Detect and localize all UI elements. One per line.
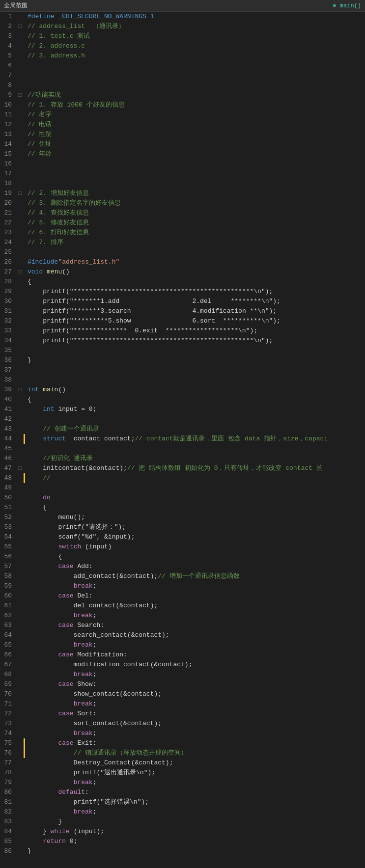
line-indicator (24, 51, 25, 61)
line-indicator (24, 424, 25, 434)
line-number: 16 (0, 159, 16, 169)
line-indicator (24, 434, 25, 444)
code-line: 68 break; (0, 670, 365, 679)
line-indicator (24, 483, 25, 493)
line-code: case Del: (26, 591, 365, 601)
line-indicator (24, 807, 25, 817)
line-indicator (24, 90, 25, 100)
line-code: break; (26, 670, 365, 679)
line-indicator (24, 787, 25, 797)
code-line: 39□int main() (0, 385, 365, 395)
line-number: 77 (0, 758, 16, 768)
line-code: // 电话 (26, 120, 365, 130)
line-indicator (24, 768, 25, 778)
code-line: 73 sort_contact(&contact); (0, 719, 365, 729)
code-line: 12// 电话 (0, 120, 365, 130)
code-line: 57 case Add: (0, 562, 365, 571)
line-indicator (24, 463, 25, 473)
code-line: 35 (0, 346, 365, 355)
line-indicator (24, 287, 25, 297)
line-code: case Modification: (26, 650, 365, 660)
code-line: 37 (0, 365, 365, 375)
code-line: 53 printf("请选择："); (0, 522, 365, 532)
line-number: 51 (0, 503, 16, 513)
line-indicator (24, 846, 25, 856)
line-number: 33 (0, 326, 16, 336)
fold-gutter[interactable]: □ (16, 385, 24, 395)
line-code: printf("*********5.show 6.sort *********… (26, 316, 365, 326)
code-line: 80 default: (0, 787, 365, 797)
fold-gutter[interactable]: □ (16, 90, 24, 100)
line-indicator (24, 149, 25, 159)
line-number: 15 (0, 149, 16, 159)
line-number: 40 (0, 395, 16, 405)
line-code: do (26, 493, 365, 503)
line-number: 12 (0, 120, 16, 130)
line-number: 36 (0, 355, 16, 365)
line-indicator (24, 71, 25, 81)
line-indicator (24, 179, 25, 189)
line-indicator (24, 297, 25, 306)
line-number: 56 (0, 552, 16, 562)
code-line: 6 (0, 61, 365, 71)
line-indicator (24, 139, 25, 149)
line-indicator (24, 22, 25, 31)
line-code: void menu() (26, 267, 365, 277)
line-indicator (24, 385, 25, 395)
line-indicator (24, 218, 25, 228)
code-line: 17 (0, 169, 365, 179)
code-line: 55 switch (input) (0, 542, 365, 552)
fold-gutter[interactable]: □ (16, 267, 24, 277)
code-line: 60 case Del: (0, 591, 365, 601)
code-line: 48 // (0, 473, 365, 483)
line-number: 60 (0, 591, 16, 601)
fold-gutter[interactable]: □ (16, 189, 24, 198)
line-indicator (24, 689, 25, 699)
line-indicator (24, 316, 25, 326)
code-line: 36} (0, 355, 365, 365)
fold-gutter[interactable]: □ (16, 22, 24, 31)
line-number: 19 (0, 189, 16, 198)
code-line: 61 del_contact(&contact); (0, 601, 365, 611)
line-code: add_contact(&contact);// 增加一个通讯录信息函数 (26, 571, 365, 581)
line-code: printf("退出通讯录\n"); (26, 768, 365, 778)
fold-gutter[interactable]: □ (16, 463, 24, 473)
code-line: 42 (0, 414, 365, 424)
line-number: 10 (0, 100, 16, 110)
line-number: 27 (0, 267, 16, 277)
code-line: 27□void menu() (0, 267, 365, 277)
code-line: 83 } (0, 817, 365, 827)
line-code: break; (26, 729, 365, 738)
line-indicator (24, 650, 25, 660)
line-number: 45 (0, 444, 16, 454)
line-number: 55 (0, 542, 16, 552)
scope-label: 全局范围 (4, 1, 28, 10)
line-code: // 性别 (26, 130, 365, 139)
code-line: 7 (0, 71, 365, 81)
code-line: 43 // 创建一个通讯录 (0, 424, 365, 434)
line-indicator (24, 61, 25, 71)
code-line: 75 case Exit: (0, 738, 365, 748)
line-indicator (24, 238, 25, 247)
line-code: break; (26, 611, 365, 621)
line-number: 9 (0, 90, 16, 100)
line-code: // 年龄 (26, 149, 365, 159)
line-code: // address_list （通讯录） (26, 22, 365, 31)
line-indicator (24, 719, 25, 729)
line-indicator (24, 542, 25, 552)
line-code: printf("请选择："); (26, 522, 365, 532)
line-indicator (24, 748, 25, 758)
line-indicator (24, 228, 25, 238)
line-code: break; (26, 699, 365, 709)
line-code: break; (26, 807, 365, 817)
code-line: 71 break; (0, 699, 365, 709)
line-number: 3 (0, 31, 16, 41)
line-number: 2 (0, 22, 16, 31)
line-code: initcontact(&contact);// 把 结构体数组 初始化为 0，… (26, 463, 365, 473)
code-line: 1#define _CRT_SECURE_NO_WARNINGS 1 (0, 12, 365, 22)
line-number: 64 (0, 630, 16, 640)
code-line: 84 } while (input); (0, 827, 365, 837)
line-indicator (24, 611, 25, 621)
code-line: 23// 6. 打印好友信息 (0, 228, 365, 238)
code-line: 63 case Search: (0, 621, 365, 630)
